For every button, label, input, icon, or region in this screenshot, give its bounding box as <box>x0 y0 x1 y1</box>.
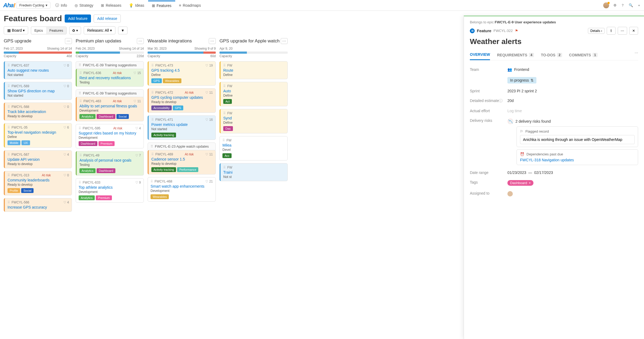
feature-card[interactable]: ⠿FWCYL-568♡ 0Track bike accelerationRead… <box>4 103 72 121</box>
drag-handle-icon[interactable]: ⠿ <box>151 118 154 122</box>
card-tag[interactable]: Social <box>116 114 129 119</box>
effort-input[interactable]: Log time <box>507 109 638 113</box>
team-value[interactable]: 👥Frontend <box>507 67 638 72</box>
feature-card[interactable]: ⠿FWCYL-469At risk♡ 11Cadence sensor 1.5R… <box>148 150 216 174</box>
card-tag[interactable]: Dashboard <box>79 141 97 146</box>
date-range-value[interactable]: 01/23/2023 — 02/17/2023 <box>507 170 638 175</box>
card-title[interactable]: Analysis of personal race goals <box>79 158 141 162</box>
feature-card[interactable]: ⠿FWCYL-463At risk♡ 11Ability to set pers… <box>76 97 144 121</box>
feature-card[interactable]: ⠿FWRouteDefine <box>219 61 288 79</box>
view-selector[interactable]: ▦ Board ▾ <box>4 26 28 34</box>
settings-menu[interactable]: ✿ ▾ <box>69 27 81 34</box>
card-tag[interactable]: Profile <box>8 188 20 193</box>
drag-handle-icon[interactable]: ⠿ <box>79 71 82 75</box>
assigned-value[interactable] <box>507 191 638 196</box>
card-title[interactable]: Show GPS direction on map <box>8 89 69 93</box>
drag-handle-icon[interactable]: ⠿ <box>223 111 226 115</box>
column-menu-icon[interactable]: ⋯ <box>281 38 288 44</box>
card-title[interactable]: Ability to set personal fitness goals <box>79 104 141 108</box>
column-title[interactable]: Wearable integrations <box>148 38 192 44</box>
card-title[interactable]: Track bike acceleration <box>8 110 69 114</box>
epic-header[interactable]: ⠿FWCYL-E-39 Training suggestions <box>76 61 144 69</box>
card-tag[interactable]: GPS <box>173 105 183 110</box>
drag-handle-icon[interactable]: ⠿ <box>8 173 10 177</box>
column-title[interactable]: GPS upgrade for Apple watch <box>219 38 280 44</box>
card-title[interactable]: Top-level navigation redesign <box>8 130 69 134</box>
card-tag[interactable]: Premium <box>98 141 115 146</box>
nav-roadmaps[interactable]: ≡Roadmaps <box>175 1 205 10</box>
releases-filter[interactable]: Releases: All ▾ <box>84 26 115 34</box>
feature-card[interactable]: ⠿FWCYL-473♡ 19GPS tracking 4.5DefineGPSW… <box>148 61 216 86</box>
card-tag[interactable]: Dashboard <box>97 168 115 173</box>
drag-handle-icon[interactable]: ⠿ <box>8 126 10 129</box>
card-title[interactable]: Synd <box>223 116 285 120</box>
feature-card[interactable]: ⠿FWCYL-633♡ 9Top athlete analyticsDevelo… <box>76 178 144 203</box>
card-title[interactable]: GPS tracking 4.5 <box>151 68 213 72</box>
card-tag[interactable]: Performance <box>177 167 198 172</box>
sprint-value[interactable]: 2023 PI 2 sprint 2 <box>507 89 638 93</box>
help-icon[interactable]: ？ <box>621 3 624 8</box>
card-tag[interactable]: Premium <box>96 195 112 200</box>
tabs-more-icon[interactable]: ⋯ <box>635 51 638 60</box>
drag-handle-icon[interactable]: ⠿ <box>151 152 154 156</box>
drag-handle-icon[interactable]: ⠿ <box>151 91 154 94</box>
card-tag[interactable]: Mobile <box>8 140 20 145</box>
card-title[interactable]: Milea <box>222 143 285 147</box>
close-icon[interactable]: ✕ <box>629 27 638 35</box>
card-title[interactable]: Route <box>223 68 285 72</box>
feature-card[interactable]: ⠿FWCYL-569♡ 0Show GPS direction on mapNo… <box>4 82 72 100</box>
feature-card[interactable]: ⠿FWCYL-636At risk♡ 15Rest and recovery n… <box>76 69 144 87</box>
tab-comments[interactable]: COMMENTS1 <box>569 51 598 60</box>
nav-strategy[interactable]: ◎Strategy <box>71 1 97 10</box>
drag-handle-icon[interactable]: ⠿ <box>8 84 10 88</box>
feature-title[interactable]: Weather alerts <box>470 37 638 46</box>
tags-value[interactable]: Dashboard × <box>507 180 638 186</box>
card-title[interactable]: Community leaderboards <box>8 178 69 182</box>
card-title[interactable]: Rest and recovery notifications <box>79 76 141 80</box>
seg-features[interactable]: Features <box>46 27 66 34</box>
add-feature-button[interactable]: Add feature <box>65 14 91 23</box>
drag-handle-icon[interactable]: ⠿ <box>79 63 81 67</box>
drag-handle-icon[interactable]: ⠿ <box>151 180 153 183</box>
feature-card[interactable]: ⠿FWTrainiNot st <box>219 163 288 181</box>
card-tag[interactable]: Dashboard <box>97 114 115 119</box>
share-icon[interactable]: ⇧ <box>607 27 616 35</box>
card-tag[interactable]: Analytics <box>79 195 95 200</box>
card-tag[interactable]: Das <box>223 126 233 131</box>
tab-to-dos[interactable]: TO-DOS2 <box>541 51 562 60</box>
card-title[interactable]: Auto suggest new routes <box>8 68 69 72</box>
tab-requirements[interactable]: REQUIREMENTS4 <box>497 51 534 60</box>
drag-handle-icon[interactable]: ⠿ <box>223 84 226 88</box>
feature-card[interactable]: ⠿FWCYL-35♡ 6Top-level navigation redesig… <box>4 123 72 148</box>
drag-handle-icon[interactable]: ⠿ <box>79 91 81 95</box>
card-tag[interactable]: Wearables <box>151 194 169 199</box>
drag-handle-icon[interactable]: ⠿ <box>223 64 226 67</box>
drag-handle-icon[interactable]: ⠿ <box>8 153 10 156</box>
epic-header[interactable]: ⠿FWCYL-E-39 Training suggestions <box>76 89 144 97</box>
info-icon[interactable]: ⓘ <box>499 99 503 103</box>
drag-handle-icon[interactable]: ⠿ <box>79 154 82 157</box>
card-tag[interactable]: Wearables <box>163 78 181 83</box>
seg-epics[interactable]: Epics <box>31 27 46 34</box>
card-tag[interactable]: Activity tracking <box>151 133 176 137</box>
card-tag[interactable]: GPS <box>151 78 162 83</box>
record-id[interactable]: FWCYL-322 <box>493 29 513 33</box>
feature-card[interactable]: ⠿FWCYL-566♡ 4Increase GPS accuracy <box>4 198 72 212</box>
column-menu-icon[interactable]: ⋯ <box>65 38 72 44</box>
nav-info[interactable]: ⓘInfo <box>52 1 71 10</box>
feature-card[interactable]: ⠿FWCYL-567♡ 4Update API versionReady to … <box>4 150 72 168</box>
search-icon[interactable]: 🔍 <box>629 3 633 7</box>
feature-card[interactable]: ⠿FWAutoDefineAct <box>219 82 288 106</box>
details-button[interactable]: Details › <box>588 28 605 34</box>
drag-handle-icon[interactable]: ⠿ <box>8 201 10 204</box>
drag-handle-icon[interactable]: ⠿ <box>151 64 154 67</box>
card-title[interactable]: Suggest rides based on my history <box>79 131 141 135</box>
drag-handle-icon[interactable]: ⠿ <box>222 138 225 142</box>
card-title[interactable]: Auto <box>223 89 285 93</box>
add-release-button[interactable]: Add release <box>94 14 121 23</box>
card-tag[interactable]: Analytics <box>79 168 96 173</box>
card-tag[interactable]: Acc <box>222 153 232 158</box>
drag-handle-icon[interactable]: ⠿ <box>8 105 10 109</box>
card-tag[interactable]: Act <box>223 99 232 104</box>
estimate-value[interactable]: 20d <box>507 99 638 103</box>
